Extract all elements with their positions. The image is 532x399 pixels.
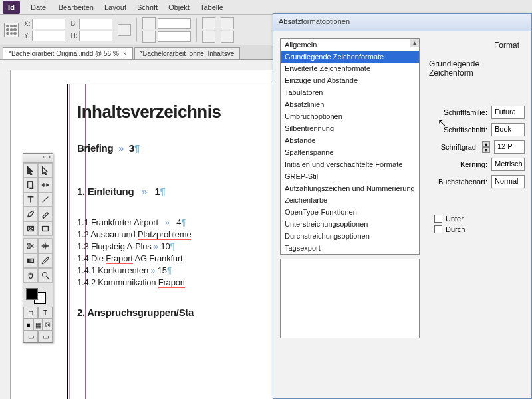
scale-y-input[interactable] [158,31,191,42]
selection-tool[interactable] [23,163,38,178]
svg-point-4 [28,247,31,249]
reference-point[interactable] [4,23,19,37]
category-item[interactable]: Allgemein [281,39,419,51]
toc-entry: 1.2 Ausbau und Platzprobleme [77,229,281,239]
category-item[interactable]: Initialen und verschachtelte Formate [281,158,419,170]
flip-v-icon[interactable] [221,31,234,43]
doc-tab-1[interactable]: *Bachelorarbeit Original.indd @ 56 % × [3,47,133,59]
font-family-input[interactable]: Futura [491,106,525,119]
category-item[interactable]: Durchstreichungsoptionen [281,230,419,242]
paragraph-style-options-dialog: Absatzformatoptionen ▲ AllgemeinGrundleg… [273,13,532,399]
strike-label: Durch [446,225,465,233]
text-format-icon[interactable]: T [38,307,53,319]
menu-schrift[interactable]: Schrift [132,1,163,13]
font-style-input[interactable]: Book [491,123,525,136]
underline-checkbox[interactable] [434,215,442,223]
category-item[interactable]: Unterstreichungsoptionen [281,218,419,230]
type-tool[interactable] [23,192,38,207]
w-input[interactable] [79,19,112,29]
case-input[interactable]: Normal [491,175,525,188]
scale-y-icon[interactable] [142,31,156,43]
menu-layout[interactable]: Layout [99,1,132,13]
hand-tool[interactable] [23,268,38,283]
section-2: 2. Anspruchsgruppen/Sta [77,307,281,318]
container-format-icon[interactable]: □ [23,307,38,319]
svg-point-3 [28,243,31,246]
category-item[interactable]: Tabulatoren [281,86,419,98]
category-item[interactable]: Aufzählungszeichen und Nummerierung [281,182,419,194]
category-item[interactable]: Abstände [281,134,419,146]
doc-tab-1-label: *Bachelorarbeit Original.indd @ 56 % [9,50,119,57]
category-item[interactable]: Umbruchoptionen [281,110,419,122]
eyedropper-tool[interactable] [38,253,53,268]
apply-gradient-icon[interactable]: ▦ [33,319,43,331]
category-item[interactable]: Silbentrennung [281,122,419,134]
category-item[interactable]: Grundlegende Zeichenformate [281,51,419,63]
category-item[interactable]: Spaltenspanne [281,146,419,158]
view-mode-preview-icon[interactable]: ▭ [38,331,53,342]
doc-tab-2[interactable]: *Bachelorarbeit_ohne_Inhaltsve [134,47,241,59]
zoom-tool[interactable] [38,268,53,283]
transform-tool[interactable] [38,239,53,253]
gradient-tool[interactable] [23,253,38,268]
scroll-up-icon[interactable]: ▲ [410,39,419,47]
category-item[interactable]: Absatzlinien [281,98,419,110]
line-tool[interactable] [38,192,53,207]
scissors-tool[interactable] [23,239,38,253]
page-content: Inhaltsverzeichnis Briefing » 3¶ 1. Einl… [77,102,281,327]
format-name-label: Format [429,38,525,53]
category-item[interactable]: Erweiterte Zeichenformate [281,63,419,74]
strike-checkbox[interactable] [434,225,442,233]
menu-tabelle[interactable]: Tabelle [195,1,229,13]
x-label: X: [24,20,30,27]
menu-bearbeiten[interactable]: Bearbeiten [53,1,99,13]
apply-none-icon[interactable]: ☒ [43,319,53,331]
category-item[interactable]: Zeichenfarbe [281,194,419,206]
shear-icon[interactable] [202,31,215,43]
kerning-input[interactable]: Metrisch [491,158,525,171]
toc-title: Inhaltsverzeichnis [77,102,281,122]
w-label: B: [70,20,76,27]
toc-entry: 1.1 Frankfurter Airport » 4¶ [77,217,281,227]
font-size-input[interactable]: 12 P [494,140,525,154]
pen-tool[interactable] [23,207,38,221]
h-label: H: [70,32,77,39]
scale-x-icon[interactable] [142,17,156,29]
dialog-title: Absatzformatoptionen [273,14,531,31]
toc-entry: 1.4.2 Kommunikation Fraport [77,277,281,287]
direct-selection-tool[interactable] [38,163,53,178]
category-item[interactable]: GREP-Stil [281,170,419,182]
flip-h-icon[interactable] [221,17,234,29]
menu-datei[interactable]: Datei [25,1,53,13]
link-wh-icon[interactable] [118,24,131,36]
doc-tab-2-label: *Bachelorarbeit_ohne_Inhaltsve [140,50,235,57]
scale-x-input[interactable] [158,18,191,29]
rectangle-frame-tool[interactable] [23,221,38,236]
svg-rect-2 [43,227,49,231]
color-swatches[interactable] [23,285,53,307]
toc-entry: 1.3 Flugsteig A-Plus » 10¶ [77,241,281,251]
category-item[interactable]: Einzüge und Abstände [281,74,419,86]
y-label: Y: [24,32,30,39]
gap-tool[interactable] [38,178,53,192]
view-mode-normal-icon[interactable]: ▭ [23,331,38,342]
fill-swatch[interactable] [26,288,38,300]
close-icon[interactable]: × [123,50,127,57]
menu-objekt[interactable]: Objekt [163,1,195,13]
category-item[interactable]: OpenType-Funktionen [281,206,419,218]
y-input[interactable] [32,31,65,41]
category-list[interactable]: ▲ AllgemeinGrundlegende ZeichenformateEr… [280,38,420,255]
menubar: Id Datei Bearbeiten Layout Schrift Objek… [0,0,532,15]
toolbox-header[interactable]: « × [23,154,53,163]
page-tool[interactable] [23,178,38,192]
rectangle-tool[interactable] [38,221,53,236]
h-input[interactable] [79,31,112,41]
x-input[interactable] [32,19,65,29]
preview-box [280,259,420,338]
size-stepper[interactable]: ▲▼ [482,141,490,153]
apply-color-icon[interactable]: ■ [23,319,33,331]
category-item[interactable]: Tagsexport [281,242,419,254]
pencil-tool[interactable] [38,207,53,221]
rotate-icon[interactable] [202,17,215,29]
section-briefing: Briefing » 3¶ [77,142,281,154]
